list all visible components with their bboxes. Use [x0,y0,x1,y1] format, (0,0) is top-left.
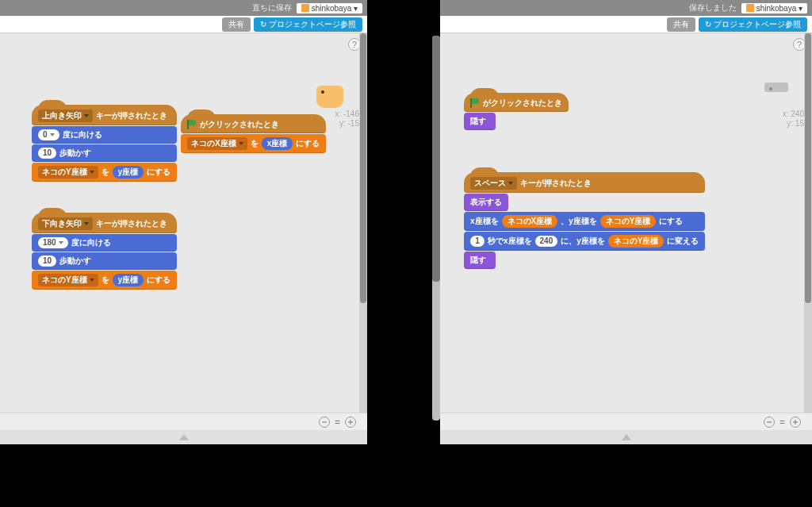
sprite-coords: x: 240 y: 15 [783,109,804,129]
reporter-y-position[interactable]: y座標 [113,166,144,179]
user-avatar-icon [746,4,754,12]
key-dropdown[interactable]: スペース [470,177,517,190]
project-page-button[interactable]: ↻ プロジェクトページ参照 [254,17,362,32]
user-menu[interactable]: shinkobaya ▾ [741,3,807,13]
coord-x: x: 240 [783,109,804,119]
var-dropdown[interactable]: ネコのX座標 [187,137,247,150]
green-flag-icon [470,98,480,108]
sprite-thumbnail-hidden[interactable] [764,83,788,92]
set-mid-label: を [102,167,109,178]
footer-right [440,430,812,444]
center-divider-scrollbar[interactable] [432,36,440,421]
move-label: 歩動かす [59,148,91,159]
saved-label: 保存しました [689,2,737,13]
zoom-in-icon[interactable] [790,417,801,428]
scrollbar-thumb[interactable] [360,33,366,303]
zoom-reset[interactable]: = [779,417,785,428]
reporter-var-cat-y[interactable]: ネコのY座標 [608,235,665,248]
block-move-steps[interactable]: 10 歩動かす [32,144,177,162]
var-dropdown[interactable]: ネコのY座標 [38,274,98,286]
goto-mid-label: 、y座標を [561,216,597,227]
secondbar-right: 共有 ↻ プロジェクトページ参照 [440,16,812,33]
zoom-out-icon[interactable] [319,417,330,428]
share-button[interactable]: 共有 [222,17,251,32]
set-end-label: にする [147,167,170,178]
hat-when-flag-clicked[interactable]: がクリックされたとき [181,114,326,133]
scrollbar-thumb[interactable] [805,33,811,303]
topbar-left: 直ちに保存 shinkobaya ▾ [0,0,367,16]
key-dropdown[interactable]: 下向き矢印 [38,217,93,230]
green-flag-icon [187,120,197,129]
block-glide-to-xy[interactable]: 1 秒でx座標を 240 に、y座標を ネコのY座標 に変える [464,232,705,251]
coord-x: x: -146 [335,109,359,119]
point-label: 度に向ける [63,129,102,140]
save-now-link[interactable]: 直ちに保存 [252,2,292,13]
reporter-x-position[interactable]: x座標 [262,137,293,150]
reporter-var-cat-x[interactable]: ネコのX座標 [502,215,558,228]
hat-when-flag-clicked[interactable]: がクリックされたとき [464,93,569,112]
move-label: 歩動かす [59,255,91,267]
project-page-button[interactable]: ↻ プロジェクトページ参照 [699,17,807,32]
sprite-coords: x: -146 y: -15 [335,109,359,129]
block-set-variable[interactable]: ネコのY座標 を y座標 にする [32,271,177,290]
username-label: shinkobaya ▾ [756,4,802,13]
footer-left [0,430,367,444]
sprite-thumbnail-cat[interactable] [316,86,343,108]
reporter-y-position[interactable]: y座標 [113,274,144,286]
center-scrollbar-thumb[interactable] [432,36,440,282]
block-set-variable[interactable]: ネコのY座標 を y座標 にする [32,163,177,182]
block-point-in-direction[interactable]: 0 度に向ける [32,126,177,144]
glide-x-slot[interactable]: 240 [535,236,558,247]
share-button[interactable]: 共有 [667,17,695,32]
key-dropdown[interactable]: 上向き矢印 [38,109,93,122]
direction-slot[interactable]: 0 [38,129,59,140]
steps-slot[interactable]: 10 [38,148,56,159]
flag-hat-label: がクリックされたとき [483,98,562,109]
flag-hat-label: がクリックされたとき [200,119,279,130]
expand-up-icon[interactable] [179,434,189,440]
block-move-steps[interactable]: 10 歩動かす [32,252,177,270]
script-stack-flag-hide[interactable]: がクリックされたとき 隠す [464,93,569,131]
hat-suffix-label: キーが押されたとき [96,218,167,229]
scrollbar-vertical[interactable] [804,33,812,413]
hat-when-key-pressed[interactable]: 下向き矢印 キーが押されたとき [32,213,177,233]
coord-y: y: 15 [783,119,804,129]
topbar-right: 保存しました shinkobaya ▾ [440,0,812,16]
expand-up-icon[interactable] [622,434,631,440]
hat-suffix-label: キーが押されたとき [96,110,167,121]
script-stack-down-arrow[interactable]: 下向き矢印 キーが押されたとき 180 度に向ける 10 歩動かす ネコのY座標… [32,213,177,290]
var-dropdown[interactable]: ネコのY座標 [38,166,98,179]
hat-when-key-pressed[interactable]: 上向き矢印 キーが押されたとき [32,105,177,125]
script-stack-up-arrow[interactable]: 上向き矢印 キーが押されたとき 0 度に向ける 10 歩動かす ネコのY座標 を… [32,105,177,182]
script-stack-flag[interactable]: がクリックされたとき ネコのX座標 を x座標 にする [181,114,326,154]
zoom-out-icon[interactable] [764,417,775,428]
hat-when-key-pressed[interactable]: スペース キーが押されたとき [464,172,705,193]
block-show[interactable]: 表示する [464,194,508,211]
block-hide[interactable]: 隠す [464,252,496,269]
block-set-variable-x[interactable]: ネコのX座標 を x座標 にする [181,134,326,153]
direction-slot[interactable]: 180 [38,237,68,248]
block-goto-xy[interactable]: x座標を ネコのX座標 、y座標を ネコのY座標 にする [464,212,705,231]
zoom-reset[interactable]: = [335,417,340,428]
hat-suffix-label: キーが押されたとき [520,178,592,189]
user-menu[interactable]: shinkobaya ▾ [297,3,362,13]
glide-a-label: 秒でx座標を [488,236,532,247]
glide-b-label: に、y座標を [561,236,605,247]
block-point-in-direction[interactable]: 180 度に向ける [32,234,177,252]
point-label: 度に向ける [71,237,111,248]
glide-c-label: に変える [667,236,699,247]
coord-y: y: -15 [335,119,359,129]
steps-slot[interactable]: 10 [38,255,56,267]
glide-secs-slot[interactable]: 1 [470,236,485,247]
right-pane: 保存しました shinkobaya ▾ 共有 ↻ プロジェクトページ参照 ? x… [440,0,812,444]
project-page-label: プロジェクトページ参照 [714,19,801,30]
refresh-icon: ↻ [260,20,266,29]
script-canvas-left[interactable]: ? x: -146 y: -15 上向き矢印 キーが押されたとき 0 度に向ける… [0,33,367,413]
reporter-var-cat-y[interactable]: ネコのY座標 [600,215,657,228]
block-hide[interactable]: 隠す [464,113,496,130]
zoom-bar: = [440,413,812,430]
zoom-in-icon[interactable] [345,417,356,428]
script-stack-space-key[interactable]: スペース キーが押されたとき 表示する x座標を ネコのX座標 、y座標を ネコ… [464,172,705,270]
scrollbar-vertical[interactable] [359,33,367,413]
script-canvas-right[interactable]: ? x: 240 y: 15 がクリックされたとき 隠す スペース キーが押され… [440,33,812,413]
